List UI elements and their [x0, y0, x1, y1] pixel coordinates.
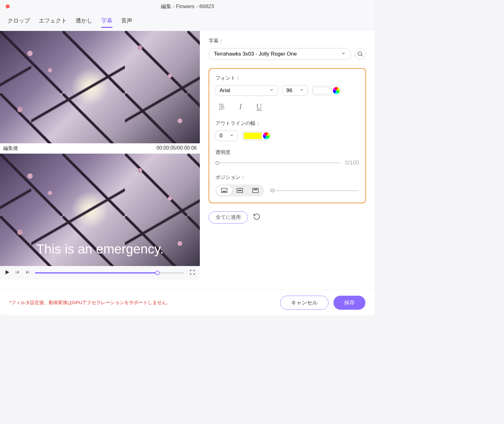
- font-settings-panel: フォント： Arial 96 B: [209, 68, 366, 203]
- align-bottom-icon: [221, 188, 227, 193]
- preview-after-label: 編集後: [3, 145, 18, 152]
- reset-icon: [253, 213, 260, 220]
- apply-all-button[interactable]: 全てに適用: [209, 211, 248, 224]
- font-family-value: Arial: [220, 87, 230, 94]
- subtitle-file-value: Terrahawks 3x03 - Jolly Roger One: [214, 51, 297, 57]
- preview-pane: 編集後 00:00:05/00:00:06 This is an emergen…: [0, 31, 200, 290]
- chevron-down-icon: [341, 51, 346, 57]
- chevron-down-icon: [230, 133, 234, 139]
- font-color-swatch: [314, 87, 332, 94]
- tab-subtitle[interactable]: 字幕: [101, 17, 112, 28]
- cancel-button[interactable]: キャンセル: [280, 296, 329, 310]
- settings-pane: 字幕： Terrahawks 3x03 - Jolly Roger One フォ…: [200, 31, 375, 290]
- underline-button[interactable]: U: [255, 102, 264, 111]
- prev-frame-button[interactable]: [15, 270, 20, 276]
- svg-rect-0: [16, 271, 16, 274]
- progress-thumb[interactable]: [155, 271, 160, 275]
- player-controls: [0, 266, 200, 280]
- preview-original: [0, 31, 200, 143]
- italic-button[interactable]: I: [236, 102, 245, 111]
- tab-crop[interactable]: クロップ: [7, 17, 30, 28]
- opacity-value: 0/100: [345, 160, 359, 166]
- subtitle-overlay-text: This is an emergency.: [36, 242, 164, 257]
- tab-bar: クロップ エフェクト 透かし 字幕 音声: [0, 12, 375, 31]
- color-wheel-icon: [333, 87, 340, 94]
- svg-rect-1: [29, 271, 29, 274]
- opacity-slider[interactable]: [215, 162, 341, 163]
- subtitle-search-button[interactable]: [355, 48, 366, 60]
- font-color-picker[interactable]: [312, 86, 341, 95]
- preview-timecode: 00:00:05/00:00:06: [156, 145, 197, 152]
- position-slider[interactable]: [270, 190, 359, 191]
- next-frame-button[interactable]: [25, 270, 30, 276]
- tab-watermark[interactable]: 透かし: [76, 17, 92, 28]
- subtitle-file-dropdown[interactable]: Terrahawks 3x03 - Jolly Roger One: [209, 48, 351, 60]
- fullscreen-button[interactable]: [189, 269, 195, 277]
- outline-width-value: 0: [220, 133, 222, 139]
- position-bottom-button[interactable]: [216, 185, 232, 195]
- reset-button[interactable]: [253, 213, 262, 222]
- opacity-slider-thumb[interactable]: [215, 161, 219, 165]
- align-middle-icon: [237, 188, 243, 193]
- align-top-icon: [252, 188, 259, 193]
- font-size-value: 96: [286, 87, 292, 94]
- font-family-select[interactable]: Arial: [215, 85, 278, 96]
- search-icon: [357, 51, 363, 57]
- save-button[interactable]: 保存: [334, 296, 365, 310]
- playback-progress[interactable]: [35, 272, 184, 274]
- outline-label: アウトラインの幅：: [215, 120, 359, 127]
- chevron-down-icon: [299, 87, 304, 94]
- font-label: フォント：: [215, 75, 359, 81]
- footer: *フィルタ設定後、動画変換はGPUアクセラレーションをサポートしません。 キャン…: [0, 290, 375, 315]
- svg-point-2: [358, 52, 362, 56]
- position-slider-thumb[interactable]: [270, 189, 274, 192]
- chevron-down-icon: [269, 87, 274, 94]
- opacity-label: 透明度: [215, 149, 359, 156]
- titlebar: 編集 - Flowers - 66823: [0, 0, 375, 12]
- footer-warning: *フィルタ設定後、動画変換はGPUアクセラレーションをサポートしません。: [9, 300, 171, 306]
- position-toggle: [215, 185, 264, 196]
- position-middle-button[interactable]: [232, 185, 248, 195]
- tab-effect[interactable]: エフェクト: [39, 17, 67, 28]
- position-top-button[interactable]: [248, 185, 263, 195]
- outline-width-select[interactable]: 0: [215, 131, 238, 141]
- window-title: 編集 - Flowers - 66823: [161, 3, 214, 10]
- bold-button[interactable]: B: [217, 102, 226, 111]
- subtitle-section-label: 字幕：: [209, 38, 366, 44]
- outline-color-picker[interactable]: [242, 131, 271, 141]
- close-window-button[interactable]: [6, 4, 10, 8]
- position-label: ポジション：: [215, 174, 359, 181]
- preview-edited: This is an emergency.: [0, 154, 200, 266]
- play-button[interactable]: [4, 269, 10, 276]
- tab-audio[interactable]: 音声: [121, 17, 132, 28]
- outline-color-swatch: [244, 132, 262, 139]
- color-wheel-icon: [263, 132, 270, 139]
- font-size-select[interactable]: 96: [282, 85, 308, 96]
- preview-info-bar: 編集後 00:00:05/00:00:06: [0, 143, 200, 154]
